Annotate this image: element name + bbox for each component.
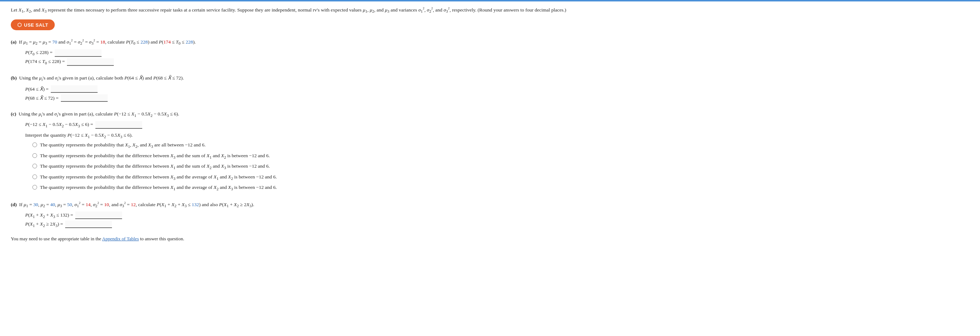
section-c-description: (c) Using the μi's and σi's given in par…: [11, 110, 969, 119]
input-b1[interactable]: [51, 85, 97, 93]
radio-item-c2: The quantity represents the probability …: [32, 152, 969, 160]
input-b2[interactable]: [61, 94, 108, 102]
salt-icon: ⬡: [17, 22, 22, 28]
use-salt-label: USE SALT: [24, 22, 48, 28]
input-c1[interactable]: [95, 121, 142, 129]
radio-c3[interactable]: [32, 164, 37, 168]
section-d-description: (d) If μ1 = 30, μ2 = 40, μ3 = 50, σ12 = …: [11, 200, 969, 209]
problem-statement: Let X1, X2, and X3 represent the times n…: [11, 6, 969, 14]
section-b: (b) Using the μi's and σi's given in par…: [11, 74, 969, 102]
input-row-b2: P(68 ≤ X̄ ≤ 72) =: [25, 94, 969, 102]
radio-c4-label: The quantity represents the probability …: [40, 173, 277, 182]
section-b-description: (b) Using the μi's and σi's given in par…: [11, 74, 969, 83]
radio-c1-label: The quantity represents the probability …: [40, 141, 205, 150]
section-a: (a) If μ1 = μ2 = μ3 = 70 and σ12 = σ22 =…: [11, 37, 969, 65]
label-a2: P(174 ≤ T0 ≤ 228) =: [25, 59, 65, 65]
radio-item-c1: The quantity represents the probability …: [32, 141, 969, 150]
label-c1: P(−12 ≤ X1 − 0.5X2 − 0.5X3 ≤ 6) =: [25, 122, 93, 128]
label-d2: P(X1 + X2 ≥ 2X3) =: [25, 221, 63, 228]
input-row-a1: P(T0 ≤ 228) =: [25, 49, 969, 57]
section-c: (c) Using the μi's and σi's given in par…: [11, 110, 969, 192]
radio-item-c3: The quantity represents the probability …: [32, 163, 969, 171]
label-b2: P(68 ≤ X̄ ≤ 72) =: [25, 95, 59, 101]
radio-item-c4: The quantity represents the probability …: [32, 173, 969, 182]
radio-item-c5: The quantity represents the probability …: [32, 184, 969, 192]
input-d1[interactable]: [75, 212, 122, 219]
input-row-a2: P(174 ≤ T0 ≤ 228) =: [25, 58, 969, 66]
label-b1: P(64 ≤ X̄) =: [25, 86, 49, 92]
footnote: You may need to use the appropriate tabl…: [11, 236, 969, 242]
radio-c5-label: The quantity represents the probability …: [40, 184, 277, 192]
footnote-text-post: to answer this question.: [139, 236, 185, 241]
radio-c3-label: The quantity represents the probability …: [40, 163, 270, 171]
radio-c1[interactable]: [32, 143, 37, 147]
radio-c2-label: The quantity represents the probability …: [40, 152, 270, 160]
interpret-label: Interpret the quantity P(−12 ≤ X1 − 0.5X…: [25, 132, 969, 139]
radio-group-c: The quantity represents the probability …: [32, 141, 969, 192]
label-a1: P(T0 ≤ 228) =: [25, 50, 52, 56]
section-a-description: (a) If μ1 = μ2 = μ3 = 70 and σ12 = σ22 =…: [11, 37, 969, 47]
label-d1: P(X1 + X2 + X3 ≤ 132) =: [25, 212, 73, 219]
input-a2[interactable]: [67, 58, 114, 66]
input-row-d2: P(X1 + X2 ≥ 2X3) =: [25, 220, 969, 228]
input-row-c1: P(−12 ≤ X1 − 0.5X2 − 0.5X3 ≤ 6) =: [25, 121, 969, 129]
radio-c2[interactable]: [32, 153, 37, 158]
use-salt-button[interactable]: ⬡ USE SALT: [11, 19, 55, 30]
input-row-b1: P(64 ≤ X̄) =: [25, 85, 969, 93]
section-d: (d) If μ1 = 30, μ2 = 40, μ3 = 50, σ12 = …: [11, 200, 969, 228]
input-d2[interactable]: [65, 220, 112, 228]
footnote-text-pre: You may need to use the appropriate tabl…: [11, 236, 102, 241]
radio-c4[interactable]: [32, 174, 37, 179]
input-row-d1: P(X1 + X2 + X3 ≤ 132) =: [25, 212, 969, 219]
appendix-link[interactable]: Appendix of Tables: [102, 236, 139, 241]
input-a1[interactable]: [55, 49, 102, 57]
radio-c5[interactable]: [32, 185, 37, 190]
